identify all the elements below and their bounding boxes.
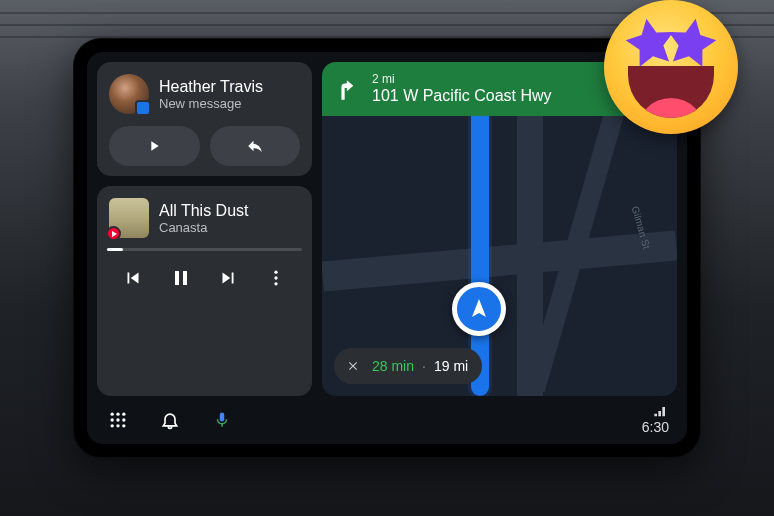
svg-point-3 bbox=[111, 413, 114, 416]
turn-road-name: 101 W Pacific Coast Hwy bbox=[372, 87, 552, 105]
svg-point-8 bbox=[122, 418, 125, 421]
svg-point-5 bbox=[122, 413, 125, 416]
navigation-arrow-icon bbox=[467, 297, 491, 321]
pause-button[interactable] bbox=[164, 261, 198, 295]
sender-name: Heather Travis bbox=[159, 77, 263, 96]
sender-avatar bbox=[109, 74, 149, 114]
message-actions bbox=[109, 126, 300, 166]
turn-left-icon bbox=[336, 76, 362, 102]
skip-previous-icon bbox=[122, 267, 144, 289]
messages-app-badge-icon bbox=[135, 100, 151, 116]
turn-text: 2 mi 101 W Pacific Coast Hwy bbox=[372, 73, 552, 105]
media-header: All This Dust Canasta bbox=[109, 198, 300, 238]
voice-assistant-button[interactable] bbox=[209, 407, 235, 433]
star-struck-emoji-overlay bbox=[596, 0, 746, 142]
current-location-puck bbox=[452, 282, 506, 336]
skip-next-icon bbox=[217, 267, 239, 289]
message-card[interactable]: Heather Travis New message bbox=[97, 62, 312, 176]
eta-pill[interactable]: 28 min · 19 mi bbox=[334, 348, 482, 384]
svg-point-9 bbox=[111, 424, 114, 427]
system-bar: 6:30 bbox=[87, 396, 687, 444]
notifications-button[interactable] bbox=[157, 407, 183, 433]
track-artist: Canasta bbox=[159, 220, 249, 236]
playback-progress-fill bbox=[107, 248, 123, 251]
app-launcher-button[interactable] bbox=[105, 407, 131, 433]
play-icon bbox=[146, 138, 162, 154]
cell-signal-icon bbox=[653, 405, 669, 417]
next-track-button[interactable] bbox=[211, 261, 245, 295]
youtube-music-icon bbox=[106, 226, 121, 241]
microphone-icon bbox=[213, 409, 231, 431]
close-navigation-button[interactable] bbox=[342, 355, 364, 377]
play-message-button[interactable] bbox=[109, 126, 200, 166]
eta-separator: · bbox=[422, 358, 426, 374]
eta-distance: 19 mi bbox=[434, 358, 468, 374]
previous-track-button[interactable] bbox=[116, 261, 150, 295]
message-text-block: Heather Travis New message bbox=[159, 77, 263, 112]
system-bar-left bbox=[105, 407, 235, 433]
track-title: All This Dust bbox=[159, 201, 249, 220]
system-bar-right: 6:30 bbox=[642, 405, 669, 435]
eta-time: 28 min bbox=[372, 358, 414, 374]
svg-point-10 bbox=[116, 424, 119, 427]
svg-point-6 bbox=[111, 418, 114, 421]
media-more-button[interactable] bbox=[259, 261, 293, 295]
more-vert-icon bbox=[266, 268, 286, 288]
svg-point-0 bbox=[274, 271, 277, 274]
apps-grid-icon bbox=[108, 410, 128, 430]
close-icon bbox=[346, 359, 360, 373]
media-controls bbox=[109, 259, 300, 297]
map-road bbox=[322, 230, 677, 291]
clock: 6:30 bbox=[642, 419, 669, 435]
star-eye-right-icon bbox=[657, 11, 724, 78]
svg-point-4 bbox=[116, 413, 119, 416]
svg-point-2 bbox=[274, 282, 277, 285]
pause-icon bbox=[169, 266, 193, 290]
media-text-block: All This Dust Canasta bbox=[159, 201, 249, 236]
turn-distance: 2 mi bbox=[372, 73, 552, 87]
svg-point-7 bbox=[116, 418, 119, 421]
bell-icon bbox=[160, 410, 180, 430]
reply-button[interactable] bbox=[210, 126, 301, 166]
media-card[interactable]: All This Dust Canasta bbox=[97, 186, 312, 396]
album-art bbox=[109, 198, 149, 238]
left-cards-column: Heather Travis New message bbox=[97, 62, 312, 396]
reply-icon bbox=[246, 137, 264, 155]
playback-progress[interactable] bbox=[107, 248, 302, 251]
svg-point-11 bbox=[122, 424, 125, 427]
svg-point-1 bbox=[274, 276, 277, 279]
message-subtitle: New message bbox=[159, 96, 263, 112]
message-header: Heather Travis New message bbox=[109, 74, 300, 114]
